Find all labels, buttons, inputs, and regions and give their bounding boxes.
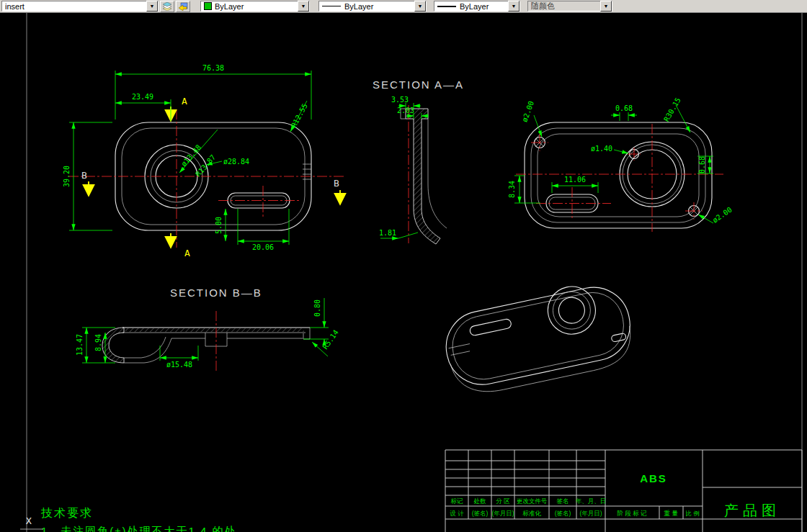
- lineweight-combo[interactable]: ByLayer ▼: [434, 1, 520, 12]
- dim-text-pb-hole-br: ø2.00: [711, 205, 734, 224]
- dim-text-offset: 23.49: [132, 93, 153, 101]
- chevron-down-icon[interactable]: ▼: [146, 1, 158, 12]
- object-properties-toolbar: insert ▼ ByLayer ▼ ByLayer ▼ ByLayer ▼ 随…: [0, 0, 807, 13]
- section-marker-b-right: B: [334, 178, 339, 189]
- layers-icon: [162, 2, 172, 11]
- chevron-down-icon[interactable]: ▼: [414, 1, 426, 12]
- dim-text-pb-top: 0.68: [615, 104, 633, 112]
- color-combo[interactable]: ByLayer ▼: [200, 1, 310, 12]
- tb-label-signature: 签名: [557, 497, 569, 505]
- linetype-combo[interactable]: ByLayer ▼: [318, 1, 427, 12]
- tb-drawing-title: 产品图: [724, 502, 780, 518]
- side-button-3d: [611, 333, 626, 342]
- dim-text-width: 76.38: [202, 64, 224, 72]
- layer-combo-value: insert: [5, 2, 146, 11]
- layer-previous-icon: [178, 2, 188, 11]
- dim-text-pb-right: 0.68: [698, 156, 706, 173]
- section-marker-a-top: A: [182, 96, 187, 107]
- dim-text-lens-r: R13.87: [194, 153, 217, 178]
- slot-3d: [469, 318, 512, 336]
- dim-text-height: 39.20: [63, 166, 71, 187]
- dim-text-pb-slot: 11.06: [564, 176, 586, 184]
- paper-frame: [27, 13, 802, 532]
- isometric-view: [439, 276, 639, 400]
- color-combo-value: ByLayer: [215, 2, 298, 11]
- tb-label-date: 年、月、日: [576, 497, 607, 505]
- lens-3d: [543, 282, 599, 338]
- make-layer-current-button[interactable]: [160, 1, 174, 12]
- chevron-down-icon: ▼: [600, 1, 612, 12]
- chevron-down-icon[interactable]: ▼: [508, 1, 520, 12]
- plan-bottom-view: 0.68 R30.15 ø2.00 ø1.40 11.06 8.34 0.68 …: [508, 96, 734, 232]
- ucs-icon: X: [20, 515, 43, 529]
- ucs-x-label: X: [26, 515, 32, 526]
- linetype-sample: [322, 6, 341, 6]
- dim-text-sa3: 1.81: [379, 229, 396, 237]
- tb-label-date3: (年月日): [579, 510, 602, 517]
- title-block: 标记 处数 分 区 更改文件号 签名 年、月、日 设 计 (签名) (年月日) …: [445, 450, 802, 532]
- dim-text-sb-houter: 13.47: [76, 334, 84, 356]
- section-aa-profile: [406, 109, 440, 244]
- tb-label-stage: 阶 段 标 记: [617, 510, 647, 517]
- dim-text-pb-hole-small: ø1.40: [591, 145, 612, 153]
- tb-material: ABS: [640, 472, 667, 484]
- tb-label-sign2: (签名): [472, 510, 489, 517]
- lineweight-sample: [437, 6, 456, 7]
- section-bb-cap: [102, 328, 124, 363]
- autocad-window: { "toolbar": { "layer_value": "insert", …: [0, 0, 807, 532]
- tb-label-standard: 标准化: [522, 510, 541, 517]
- tb-label-mark: 标记: [451, 497, 464, 505]
- section-marker-b-left: B: [81, 170, 87, 181]
- device-3d-outline: [440, 281, 637, 391]
- plot-style-value: 随颜色: [531, 1, 600, 12]
- notes: 技术要求 1、未注圆角(±)处理不大于1.4 的处: [40, 507, 237, 532]
- section-bb-view: SECTION B—B 13.47 8.94 ø15.48 0.80 R5.14: [76, 287, 340, 373]
- dim-text-pb-left: 8.34: [508, 181, 516, 198]
- dim-text-sb-hinner: 8.94: [94, 334, 102, 351]
- tb-label-date2: (年月日): [491, 510, 514, 517]
- chevron-down-icon[interactable]: ▼: [298, 1, 309, 12]
- dim-text-sa1: 3.53: [391, 96, 409, 104]
- color-swatch: [204, 2, 212, 10]
- dim-text-slot-length: 20.06: [252, 243, 274, 251]
- tech-note-1: 1、未注圆角(±)处理不大于1.4 的处: [41, 525, 237, 532]
- layer-combo[interactable]: insert ▼: [1, 1, 159, 12]
- dim-text-sb-hole: ø15.48: [166, 361, 192, 369]
- plot-style-combo: 随颜色 ▼: [527, 1, 612, 12]
- tb-label-change-no: 更改文件号: [517, 497, 548, 505]
- section-marker-a-bottom: A: [184, 248, 190, 258]
- tech-requirements-title: 技术要求: [40, 507, 93, 519]
- section-aa-view: SECTION A—A 3.53 2.03 1.81: [373, 78, 464, 244]
- dim-text-sb-radius: R5.14: [321, 328, 340, 351]
- tb-label-scale: 比 例: [685, 510, 699, 517]
- dim-text-sb-wall: 0.80: [313, 299, 321, 317]
- section-bb-label: SECTION B—B: [170, 287, 262, 299]
- dim-text-lens-d2: ø28.84: [223, 158, 249, 166]
- dim-text-slot-offset: 5.00: [215, 217, 223, 234]
- dim-text-lens-d1: ø13.48: [179, 143, 202, 168]
- drawing-svg: A A B B 76.38 23.49 39.20 R12.55 ø13.48 …: [0, 13, 807, 532]
- lineweight-combo-value: ByLayer: [460, 2, 508, 11]
- plan-top-view: A A B B 76.38 23.49 39.20 R12.55 ø13.48 …: [63, 64, 344, 258]
- tb-label-design: 设 计: [450, 510, 464, 517]
- tb-label-count: 处数: [474, 497, 487, 505]
- dim-text-sa2: 2.03: [397, 107, 414, 114]
- tb-label-zone: 分 区: [496, 497, 509, 505]
- linetype-combo-value: ByLayer: [344, 2, 414, 11]
- layer-previous-button[interactable]: [176, 1, 190, 12]
- dim-text-pb-corner: R30.15: [662, 96, 682, 123]
- section-aa-label: SECTION A—A: [373, 78, 464, 91]
- tb-label-sign3: (签名): [555, 510, 571, 517]
- tb-label-weight: 重 量: [664, 510, 678, 517]
- drawing-canvas[interactable]: A A B B 76.38 23.49 39.20 R12.55 ø13.48 …: [0, 13, 807, 532]
- dim-text-corner-radius: R12.55: [290, 102, 309, 129]
- dim-text-pb-hole-tl: ø2.00: [520, 100, 535, 123]
